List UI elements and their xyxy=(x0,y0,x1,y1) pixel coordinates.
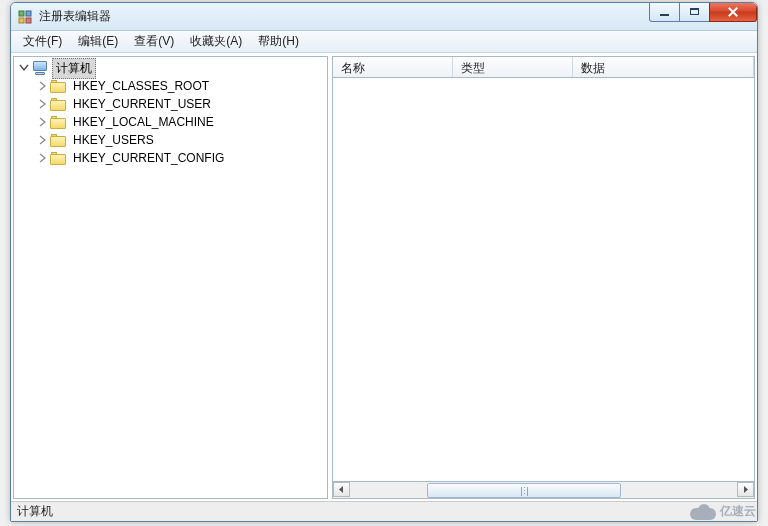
expand-icon[interactable] xyxy=(36,152,48,164)
tree-item-hku[interactable]: HKEY_USERS xyxy=(14,131,327,149)
window-title: 注册表编辑器 xyxy=(39,8,111,25)
collapse-icon[interactable] xyxy=(18,62,30,74)
scroll-track[interactable] xyxy=(350,483,737,498)
tree-root-label: 计算机 xyxy=(52,58,96,79)
tree-item-label: HKEY_CLASSES_ROOT xyxy=(70,78,212,94)
menu-file[interactable]: 文件(F) xyxy=(15,31,70,52)
folder-icon xyxy=(50,78,66,94)
computer-icon xyxy=(32,60,48,76)
folder-icon xyxy=(50,150,66,166)
menu-edit[interactable]: 编辑(E) xyxy=(70,31,126,52)
close-icon xyxy=(728,7,738,17)
svg-rect-0 xyxy=(19,11,24,16)
horizontal-scrollbar[interactable] xyxy=(332,482,755,499)
tree-root[interactable]: 计算机 xyxy=(14,59,327,77)
close-button[interactable] xyxy=(709,2,757,22)
folder-icon xyxy=(50,132,66,148)
minimize-button[interactable] xyxy=(649,2,680,22)
column-data[interactable]: 数据 xyxy=(573,57,754,77)
app-icon xyxy=(17,9,33,25)
tree-item-label: HKEY_CURRENT_USER xyxy=(70,96,214,112)
watermark: 亿速云 xyxy=(690,503,756,520)
content-area: 计算机 HKEY_CLASSES_ROOT HKEY_CURRENT_USER xyxy=(11,53,757,501)
svg-rect-2 xyxy=(19,18,24,23)
folder-icon xyxy=(50,96,66,112)
menu-bar: 文件(F) 编辑(E) 查看(V) 收藏夹(A) 帮助(H) xyxy=(11,31,757,53)
column-type[interactable]: 类型 xyxy=(453,57,573,77)
list-pane: 名称 类型 数据 xyxy=(332,56,755,499)
cloud-icon xyxy=(690,504,716,520)
title-bar[interactable]: 注册表编辑器 xyxy=(11,3,757,31)
menu-view[interactable]: 查看(V) xyxy=(126,31,182,52)
registry-editor-window: 注册表编辑器 文件(F) 编辑(E) 查看(V) 收藏夹(A) 帮助(H) 计算… xyxy=(10,2,758,522)
scroll-right-icon[interactable] xyxy=(737,482,754,497)
maximize-button[interactable] xyxy=(679,2,710,22)
svg-rect-3 xyxy=(26,18,31,23)
column-name[interactable]: 名称 xyxy=(333,57,453,77)
expand-icon[interactable] xyxy=(36,116,48,128)
list-body[interactable] xyxy=(332,78,755,482)
tree-item-hklm[interactable]: HKEY_LOCAL_MACHINE xyxy=(14,113,327,131)
minimize-icon xyxy=(660,14,669,16)
tree-item-hkcr[interactable]: HKEY_CLASSES_ROOT xyxy=(14,77,327,95)
status-bar: 计算机 xyxy=(11,501,757,521)
expand-icon[interactable] xyxy=(36,80,48,92)
list-header: 名称 类型 数据 xyxy=(332,56,755,78)
expand-icon[interactable] xyxy=(36,134,48,146)
tree-item-label: HKEY_USERS xyxy=(70,132,157,148)
tree-item-label: HKEY_LOCAL_MACHINE xyxy=(70,114,217,130)
scroll-left-icon[interactable] xyxy=(333,482,350,497)
expand-icon[interactable] xyxy=(36,98,48,110)
svg-rect-1 xyxy=(26,11,31,16)
folder-icon xyxy=(50,114,66,130)
menu-favorites[interactable]: 收藏夹(A) xyxy=(182,31,250,52)
status-path: 计算机 xyxy=(17,503,53,520)
tree-item-label: HKEY_CURRENT_CONFIG xyxy=(70,150,227,166)
watermark-text: 亿速云 xyxy=(720,503,756,520)
menu-help[interactable]: 帮助(H) xyxy=(250,31,307,52)
maximize-icon xyxy=(690,8,699,15)
scroll-thumb[interactable] xyxy=(427,483,621,498)
window-controls xyxy=(650,2,757,22)
tree-pane[interactable]: 计算机 HKEY_CLASSES_ROOT HKEY_CURRENT_USER xyxy=(13,56,328,499)
tree-item-hkcc[interactable]: HKEY_CURRENT_CONFIG xyxy=(14,149,327,167)
tree-item-hkcu[interactable]: HKEY_CURRENT_USER xyxy=(14,95,327,113)
